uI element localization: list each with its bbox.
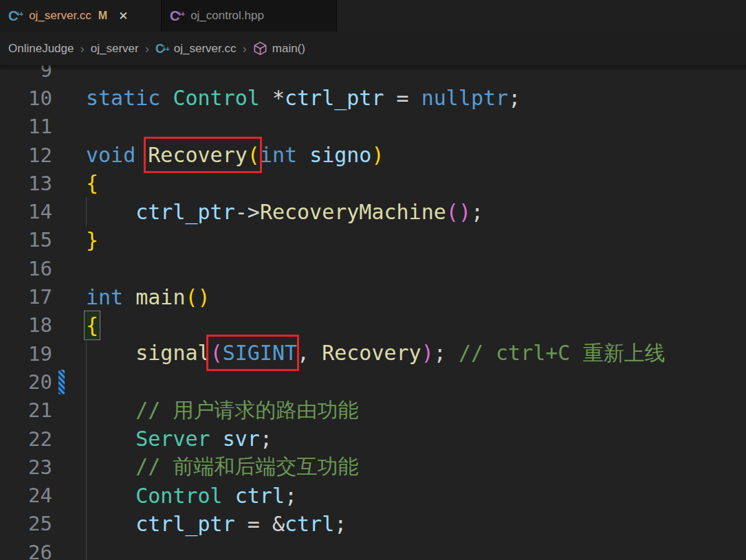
code-token: { <box>86 313 98 337</box>
line-number[interactable]: 15 <box>0 228 69 251</box>
breadcrumb: OnlineJudge › oj_server › C++ oj_server.… <box>0 32 746 65</box>
code-line[interactable]: 14 ctrl_ptr->RecoveryMachine(); <box>0 197 746 225</box>
tab-label: oj_server.cc <box>29 9 91 23</box>
indent-guide <box>86 368 87 396</box>
code-line[interactable]: 18{ <box>0 311 746 339</box>
line-number[interactable]: 19 <box>0 342 69 366</box>
code-line[interactable]: 16 <box>0 254 746 282</box>
code-token: svr <box>223 427 260 451</box>
indent-guide <box>86 396 87 425</box>
code-token: static <box>86 86 160 110</box>
code-token <box>160 86 173 110</box>
indent-guide <box>86 510 87 538</box>
code-line[interactable]: 23 // 前端和后端交互功能 <box>0 453 746 481</box>
breadcrumb-item-main[interactable]: main() <box>253 41 305 56</box>
code-token: ctrl <box>235 484 285 508</box>
code-line[interactable]: 17int main() <box>0 282 746 311</box>
code-text: static Control *ctrl_ptr = nullptr; <box>69 86 520 110</box>
editor-tab-bar: C++ oj_server.cc M ✕ C++ oj_control.hpp <box>0 0 746 32</box>
line-number[interactable]: 25 <box>0 512 69 535</box>
code-text: int main() <box>69 285 210 309</box>
chevron-right-icon: › <box>242 42 246 55</box>
indent-guide <box>86 425 87 453</box>
code-line[interactable]: 15} <box>0 226 746 254</box>
code-line[interactable]: 13{ <box>0 169 746 197</box>
code-token: main <box>135 285 185 309</box>
code-token: Recovery <box>148 143 248 167</box>
code-token <box>135 143 148 167</box>
line-number[interactable]: 22 <box>0 427 69 451</box>
code-token <box>86 454 135 478</box>
code-line[interactable]: 20 <box>0 368 746 396</box>
code-line[interactable]: 25 ctrl_ptr = &ctrl; <box>0 510 746 538</box>
code-line[interactable]: 10static Control *ctrl_ptr = nullptr; <box>0 84 746 112</box>
indent-guide <box>86 481 87 509</box>
indent-guide <box>86 197 87 225</box>
code-text: void Recovery(int signo) <box>69 143 384 167</box>
code-token: signal <box>135 341 210 365</box>
code-token: ctrl_ptr <box>135 512 235 536</box>
code-token <box>260 86 272 110</box>
cpp-file-icon: C++ <box>8 9 23 23</box>
code-text: } <box>69 228 98 252</box>
git-modified-badge: M <box>98 10 107 22</box>
code-token <box>446 341 459 365</box>
code-token <box>297 143 309 167</box>
breadcrumb-item-oj-server-cc[interactable]: C++ oj_server.cc <box>155 42 236 56</box>
code-text: Control ctrl; <box>69 484 297 508</box>
code-text: ctrl_ptr->RecoveryMachine(); <box>69 200 483 224</box>
code-token: nullptr <box>421 86 508 110</box>
annotation-red-box: (SIGINT <box>210 341 297 365</box>
code-line[interactable]: 22 Server svr; <box>0 425 746 453</box>
code-line[interactable]: 12void Recovery(int signo) <box>0 141 746 169</box>
tab-oj-server-cc[interactable]: C++ oj_server.cc M ✕ <box>0 0 161 32</box>
code-token <box>86 398 135 422</box>
code-text: signal(SIGINT, Recovery); // ctrl+C 重新上线 <box>69 339 666 368</box>
code-token: ( <box>248 143 260 167</box>
code-line[interactable]: 26 <box>0 538 746 560</box>
code-token: ) <box>371 143 384 167</box>
code-token: ; <box>471 200 483 224</box>
close-icon[interactable]: ✕ <box>118 9 128 23</box>
code-token: RecoveryMachine <box>260 200 446 224</box>
code-token <box>235 512 248 536</box>
breadcrumb-item-onlinejudge[interactable]: OnlineJudge <box>8 42 74 56</box>
line-number[interactable]: 18 <box>0 313 69 337</box>
code-token <box>223 484 235 508</box>
line-number[interactable]: 14 <box>0 200 69 223</box>
cpp-file-icon: C++ <box>155 43 169 55</box>
code-token: // 用户请求的路由功能 <box>135 398 358 422</box>
line-number[interactable]: 24 <box>0 484 69 507</box>
code-token: } <box>86 228 98 252</box>
code-text: // 用户请求的路由功能 <box>69 396 358 425</box>
line-number[interactable]: 13 <box>0 172 69 195</box>
line-number[interactable]: 26 <box>0 541 69 560</box>
code-token: ; <box>334 512 347 536</box>
breadcrumb-item-oj-server[interactable]: oj_server <box>91 42 139 56</box>
code-token <box>86 427 135 451</box>
line-number[interactable]: 23 <box>0 456 69 479</box>
line-number[interactable]: 17 <box>0 285 69 309</box>
code-token <box>210 427 223 451</box>
code-token: void <box>86 143 135 167</box>
code-token: // ctrl+C 重新上线 <box>459 341 666 365</box>
code-line[interactable]: 11 <box>0 113 746 141</box>
tab-oj-control-hpp[interactable]: C++ oj_control.hpp <box>161 0 337 32</box>
code-line[interactable]: 19 signal(SIGINT, Recovery); // ctrl+C 重… <box>0 339 746 368</box>
code-token: = <box>248 512 260 536</box>
code-text: ctrl_ptr = &ctrl; <box>69 512 347 536</box>
code-token <box>86 200 135 224</box>
code-line[interactable]: 24 Control ctrl; <box>0 481 746 509</box>
code-token: Server <box>135 427 210 451</box>
code-token: ctrl <box>285 512 334 536</box>
code-line[interactable]: 21 // 用户请求的路由功能 <box>0 396 746 425</box>
code-token <box>86 484 135 508</box>
line-number[interactable]: 16 <box>0 257 69 280</box>
code-area: 910static Control *ctrl_ptr = nullptr;11… <box>0 56 746 560</box>
code-token: ; <box>508 86 520 110</box>
line-number[interactable]: 10 <box>0 87 69 110</box>
line-number[interactable]: 21 <box>0 399 69 422</box>
line-number[interactable]: 11 <box>0 115 69 138</box>
line-number[interactable]: 12 <box>0 144 69 167</box>
code-token <box>409 86 421 110</box>
